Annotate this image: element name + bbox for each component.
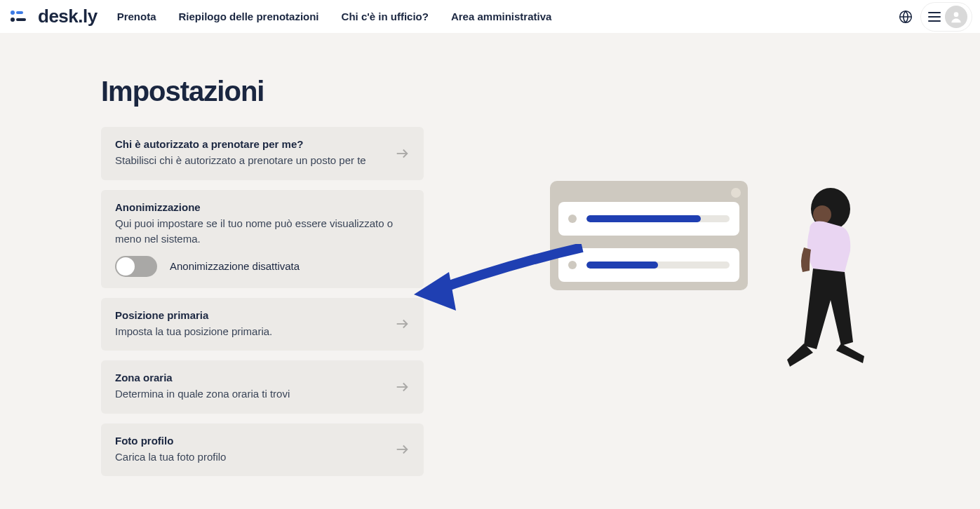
card-title: Chi è autorizzato a prenotare per me?	[115, 138, 386, 150]
card-desc: Qui puoi impostare se il tuo nome può es…	[115, 216, 410, 247]
menu-icon	[928, 12, 941, 22]
svg-point-11	[813, 205, 831, 224]
svg-rect-1	[16, 11, 23, 14]
nav-summary[interactable]: Riepilogo delle prenotazioni	[179, 11, 319, 22]
card-desc: Imposta la tua posizione primaria.	[115, 324, 386, 340]
card-title: Anonimizzazione	[115, 201, 410, 213]
illustration-row	[558, 248, 739, 282]
card-anonymization: Anonimizzazione Qui puoi impostare se il…	[101, 190, 424, 288]
arrow-right-icon	[394, 316, 410, 332]
nav-book[interactable]: Prenota	[117, 11, 156, 22]
card-desc: Carica la tua foto profilo	[115, 449, 386, 466]
card-timezone[interactable]: Zona oraria Determina in quale zona orar…	[101, 360, 424, 414]
top-header: desk.ly Prenota Riepilogo delle prenotaz…	[0, 0, 980, 34]
nav-who-in-office[interactable]: Chi c'è in ufficio?	[342, 11, 429, 22]
toggle-knob	[116, 257, 135, 276]
toggle-label: Anonimizzazione disattivata	[170, 260, 300, 272]
logo[interactable]: desk.ly	[8, 6, 98, 27]
language-icon[interactable]	[899, 10, 913, 24]
avatar	[945, 6, 967, 28]
card-desc: Determina in quale zona oraria ti trovi	[115, 386, 386, 402]
svg-rect-3	[16, 18, 26, 21]
anonymization-toggle[interactable]	[115, 256, 157, 277]
logo-icon	[8, 8, 34, 25]
svg-point-2	[11, 18, 15, 22]
card-desc: Stabilisci chi è autorizzato a prenotare…	[115, 153, 386, 169]
card-authorize-booking[interactable]: Chi è autorizzato a prenotare per me? St…	[101, 127, 424, 180]
card-primary-position[interactable]: Posizione primaria Imposta la tua posizi…	[101, 298, 424, 351]
illustration	[550, 181, 748, 486]
illustration-close-icon	[731, 188, 741, 198]
arrow-right-icon	[394, 442, 410, 457]
user-menu[interactable]	[921, 3, 972, 31]
arrow-right-icon	[394, 379, 410, 395]
illustration-person	[774, 181, 880, 377]
settings-column: Impostazioni Chi è autorizzato a prenota…	[101, 76, 424, 486]
main-nav: Prenota Riepilogo delle prenotazioni Chi…	[117, 11, 552, 22]
card-title: Zona oraria	[115, 372, 386, 384]
page-title: Impostazioni	[101, 76, 424, 107]
svg-point-5	[954, 12, 959, 17]
card-profile-photo[interactable]: Foto profilo Carica la tua foto profilo	[101, 423, 424, 477]
logo-text: desk.ly	[38, 6, 98, 27]
illustration-window	[550, 181, 748, 290]
card-title: Posizione primaria	[115, 309, 386, 321]
arrow-right-icon	[394, 146, 410, 161]
svg-point-0	[11, 11, 15, 15]
nav-admin[interactable]: Area amministrativa	[451, 11, 551, 22]
header-right	[899, 3, 972, 31]
illustration-row	[558, 202, 739, 236]
card-title: Foto profilo	[115, 435, 386, 447]
